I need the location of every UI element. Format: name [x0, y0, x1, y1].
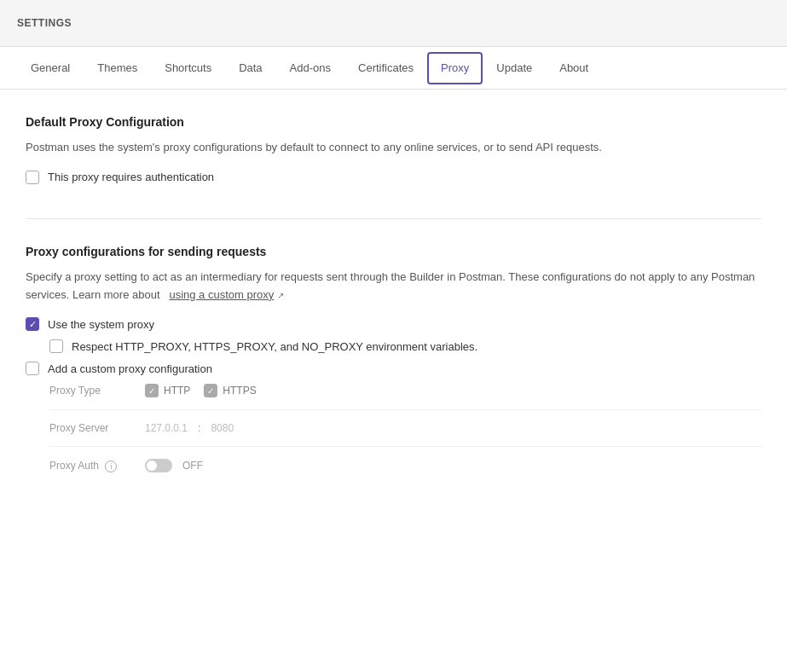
- add-custom-proxy-checkbox[interactable]: [26, 362, 39, 375]
- proxy-fields: Proxy Type ✓ HTTP ✓ HTTPS Proxy Server 1…: [26, 384, 761, 484]
- settings-header: SETTINGS: [0, 0, 787, 47]
- proxy-config-section: Proxy configurations for sending request…: [26, 245, 761, 485]
- proxy-server-row: Proxy Server 127.0.0.1 : 8080: [49, 422, 761, 447]
- proxy-type-row: Proxy Type ✓ HTTP ✓ HTTPS: [49, 384, 761, 410]
- proxy-config-title: Proxy configurations for sending request…: [26, 245, 761, 258]
- proxy-auth-toggle[interactable]: [145, 459, 172, 472]
- tab-proxy[interactable]: Proxy: [427, 52, 483, 84]
- system-proxy-row: ✓ Use the system proxy: [26, 317, 761, 331]
- proxy-config-description: Specify a proxy setting to act as an int…: [26, 269, 759, 304]
- respect-env-row: Respect HTTP_PROXY, HTTPS_PROXY, and NO_…: [26, 339, 761, 353]
- tab-data[interactable]: Data: [225, 47, 275, 90]
- tab-themes[interactable]: Themes: [84, 47, 151, 90]
- proxy-type-label: Proxy Type: [49, 385, 135, 397]
- tab-shortcuts[interactable]: Shortcuts: [151, 47, 225, 90]
- custom-proxy-link[interactable]: using a custom proxy: [169, 288, 274, 301]
- proxy-auth-row: Proxy Auth i OFF: [49, 459, 761, 484]
- default-proxy-description: Postman uses the system's proxy configur…: [26, 139, 759, 157]
- https-checkbox[interactable]: ✓: [204, 384, 217, 397]
- proxy-server-label: Proxy Server: [49, 422, 135, 434]
- system-proxy-checkbox[interactable]: ✓: [26, 317, 39, 331]
- proxy-auth-label: Proxy Auth i: [49, 460, 135, 472]
- proxy-server-value[interactable]: 127.0.0.1: [145, 422, 188, 434]
- https-label: HTTPS: [223, 385, 256, 397]
- add-custom-proxy-label[interactable]: Add a custom proxy configuration: [48, 362, 212, 375]
- info-icon: i: [105, 461, 117, 472]
- page-title: SETTINGS: [17, 17, 72, 29]
- tab-about[interactable]: About: [546, 47, 602, 90]
- tab-update[interactable]: Update: [483, 47, 546, 90]
- proxy-auth-toggle-label: OFF: [182, 460, 203, 472]
- add-custom-proxy-row: Add a custom proxy configuration: [26, 362, 761, 375]
- http-checkbox[interactable]: ✓: [145, 384, 159, 397]
- proxy-port-value[interactable]: 8080: [211, 422, 234, 434]
- tab-addons[interactable]: Add-ons: [276, 47, 344, 90]
- https-option: ✓ HTTPS: [204, 384, 256, 397]
- proxy-config-desc-text: Specify a proxy setting to act as an int…: [26, 270, 755, 301]
- external-link-icon: ↗: [277, 291, 284, 300]
- http-label: HTTP: [164, 385, 190, 397]
- respect-env-label[interactable]: Respect HTTP_PROXY, HTTPS_PROXY, and NO_…: [72, 340, 477, 353]
- default-proxy-title: Default Proxy Configuration: [26, 115, 761, 129]
- system-proxy-label[interactable]: Use the system proxy: [48, 318, 154, 331]
- tab-general[interactable]: General: [17, 47, 84, 90]
- default-proxy-section: Default Proxy Configuration Postman uses…: [26, 115, 761, 184]
- auth-checkbox[interactable]: [26, 171, 39, 184]
- http-option: ✓ HTTP: [145, 384, 190, 397]
- settings-content: Default Proxy Configuration Postman uses…: [0, 90, 787, 544]
- proxy-colon: :: [198, 422, 200, 434]
- settings-tabs: General Themes Shortcuts Data Add-ons Ce…: [0, 47, 787, 90]
- respect-env-checkbox[interactable]: [49, 339, 63, 353]
- section-divider: [26, 218, 761, 219]
- proxy-type-options: ✓ HTTP ✓ HTTPS: [145, 384, 257, 397]
- auth-checkbox-label[interactable]: This proxy requires authentication: [48, 171, 214, 183]
- tab-certificates[interactable]: Certificates: [344, 47, 427, 90]
- auth-checkbox-row: This proxy requires authentication: [26, 171, 761, 184]
